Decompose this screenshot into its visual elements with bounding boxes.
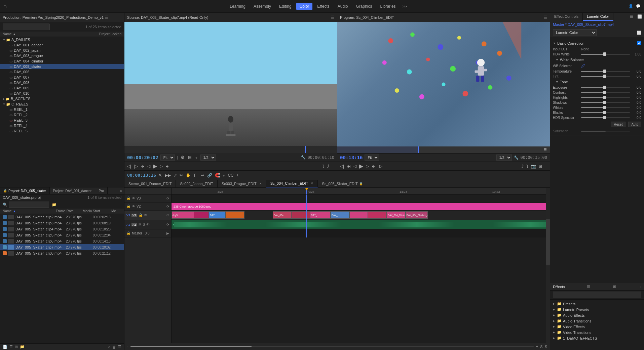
program-ratio-select[interactable]: 1/2 <box>496 155 512 161</box>
v1-clip-0[interactable]: day5 <box>172 211 194 219</box>
v3-lock[interactable]: 🔒 <box>126 196 130 200</box>
nav-learning[interactable]: Learning <box>226 3 249 10</box>
bin-col-start[interactable]: Media Start <box>83 209 111 213</box>
bc-checkbox[interactable] <box>637 41 641 46</box>
bc-enable-checkbox[interactable] <box>637 41 641 45</box>
tl-undo-icon[interactable]: ↩ <box>201 173 204 178</box>
v1-clip-3[interactable]: DAY <box>209 211 226 219</box>
nav-graphics[interactable]: Graphics <box>353 3 376 10</box>
source-mark-in[interactable]: ◁| <box>127 164 131 169</box>
program-fit-select[interactable]: Fit <box>365 155 379 161</box>
bin-tab-more[interactable]: » <box>118 187 124 194</box>
effects-presets[interactable]: ▶ 📁 Presets <box>550 301 644 307</box>
bin-tab-1[interactable]: Project: DAY_001_dancer <box>50 187 96 194</box>
tl-zoom-slider[interactable] <box>130 346 534 347</box>
audio-transitions-expand[interactable]: ▶ <box>553 319 555 322</box>
hdr-specular-slider[interactable] <box>581 117 630 118</box>
program-prev-clip[interactable]: ⏮ <box>347 164 351 169</box>
bin-item-6[interactable]: DAY_005_Skater_clip8.mp4 23.976 fps 00:0… <box>0 250 124 256</box>
nav-effects[interactable]: Effects <box>314 3 333 10</box>
effects-icons[interactable]: ⊞ <box>613 285 616 289</box>
a1-sync[interactable]: A1 <box>131 223 137 226</box>
bin-col-rate[interactable]: Frame Rate <box>56 209 83 213</box>
file-reel1[interactable]: ▭ REEL_1 <box>0 107 124 112</box>
timeline-vscroll[interactable] <box>546 188 550 343</box>
source-next-frame[interactable]: ▷ <box>160 164 163 169</box>
file-day003[interactable]: ▭ DAY_003_prague <box>0 53 124 58</box>
bin-col-me[interactable]: Me <box>111 209 121 213</box>
effects-lumetri-presets[interactable]: ▶ 📁 Lumetri Presets <box>550 307 644 312</box>
bin-item-4[interactable]: DAY_005_Skater_clip6.mp4 23.976 fps 00:0… <box>0 238 124 244</box>
file-day005[interactable]: ▭ DAY_005_skater <box>0 64 124 69</box>
file-day007[interactable]: ▭ DAY_007 <box>0 75 124 80</box>
tl-zoom-in[interactable]: + <box>536 344 538 349</box>
bin-col-name[interactable]: Name ▲ <box>3 209 56 213</box>
v1-lock[interactable]: 🔒 <box>139 213 143 217</box>
bin-item-5[interactable]: DAY_005_Skater_clip7.mp4 23.976 fps 00:0… <box>0 244 124 250</box>
file-day010[interactable]: ▭ DAY_010 <box>0 91 124 96</box>
v3-eye[interactable]: 👁 <box>132 196 135 200</box>
temperature-thumb[interactable] <box>603 70 606 73</box>
expand-a-dailies[interactable]: ▼ <box>3 38 5 41</box>
blacks-slider[interactable] <box>581 112 630 113</box>
file-day004[interactable]: ▭ DAY_004_climber <box>0 58 124 64</box>
right-panel-menu[interactable]: ☰ <box>628 13 635 21</box>
source-wrench-icon[interactable]: 🔧 <box>301 155 306 160</box>
nav-editing[interactable]: Editing <box>276 3 295 10</box>
saturation-slider[interactable] <box>581 131 630 132</box>
effects-new-icon[interactable]: + <box>639 285 641 289</box>
v1-clip-9[interactable] <box>349 211 368 219</box>
source-step-forward[interactable]: ⏭ <box>165 164 169 169</box>
source-timecode[interactable]: 00:00:20:02 <box>127 155 158 160</box>
effects-audio-effects[interactable]: ▶ 📁 Audio Effects <box>550 312 644 318</box>
source-scrubber[interactable] <box>124 146 337 153</box>
v1-clip-11[interactable]: DAY_004_Climber <box>387 211 406 219</box>
program-add-btn[interactable]: + <box>545 164 547 169</box>
source-play[interactable]: ▶ <box>153 163 157 169</box>
v1-eye[interactable]: 👁 <box>144 213 147 217</box>
nav-color[interactable]: Color <box>296 3 313 10</box>
exposure-slider[interactable] <box>581 87 630 88</box>
contrast-thumb[interactable] <box>603 91 606 94</box>
program-menu-icon[interactable]: ☰ <box>544 15 547 19</box>
v1-clip-6[interactable] <box>291 211 310 219</box>
tl-ripple-tool[interactable]: ⤢ <box>174 173 177 178</box>
source-fit-select[interactable]: Fit <box>160 155 175 161</box>
auto-button[interactable]: Auto <box>628 122 641 127</box>
source-add-btn[interactable]: + <box>332 164 334 169</box>
bin-tab-2[interactable]: Pro <box>95 187 108 194</box>
reset-button[interactable]: Reset <box>611 122 626 127</box>
temperature-slider[interactable] <box>581 71 630 72</box>
lumetri-clip-link[interactable]: Master * DAY_005_Skater_clip7.mp4 <box>553 23 614 27</box>
program-timecode[interactable]: 00:13:16 <box>340 155 363 160</box>
file-reel2[interactable]: ▭ REEL_2 <box>0 112 124 118</box>
bin-folder-icon[interactable]: 📁 <box>52 203 56 207</box>
v1-clip-10[interactable] <box>368 211 387 219</box>
highlights-slider[interactable] <box>581 97 630 98</box>
user-icon[interactable]: 👤 <box>629 4 633 8</box>
track-v3-content[interactable] <box>172 194 546 203</box>
notifications-icon[interactable]: 💬 <box>636 4 641 8</box>
effects-search-input[interactable] <box>553 292 641 298</box>
tl-tab-1[interactable]: Sc002_Japan_EDIT <box>176 180 217 187</box>
tl-tab-close-2[interactable]: ✕ <box>259 182 262 185</box>
program-step-forward[interactable]: ⏭ <box>372 164 376 169</box>
v1-clip-7[interactable]: DAY_ <box>310 211 331 219</box>
source-prev-frame[interactable]: ◁ <box>147 164 150 169</box>
source-mark-out[interactable]: |▷ <box>134 164 138 169</box>
project-search-input[interactable] <box>3 24 50 30</box>
program-wrench-icon[interactable]: 🔧 <box>514 156 519 160</box>
tl-tab-2[interactable]: Sc003_Prague_EDIT ✕ <box>218 180 266 187</box>
tint-slider[interactable] <box>581 76 630 77</box>
v2-lock[interactable]: 🔒 <box>126 205 130 208</box>
tint-thumb[interactable] <box>603 75 606 78</box>
hdr-specular-thumb[interactable] <box>603 116 606 119</box>
tl-tab-3[interactable]: Sc_004_Climber_EDIT ✕ <box>266 180 318 187</box>
video-effects-expand[interactable]: ▶ <box>553 325 555 328</box>
program-mark-out[interactable]: |▷ <box>378 164 382 169</box>
program-lift-icon[interactable]: ⤴ <box>522 164 524 169</box>
source-settings-icon[interactable]: ⚙ <box>180 154 185 161</box>
tl-marker-icon[interactable]: ⬦ <box>223 173 225 178</box>
program-play[interactable]: ▶ <box>359 163 363 169</box>
lumetri-expand-icon[interactable]: ⬜ <box>637 31 641 35</box>
